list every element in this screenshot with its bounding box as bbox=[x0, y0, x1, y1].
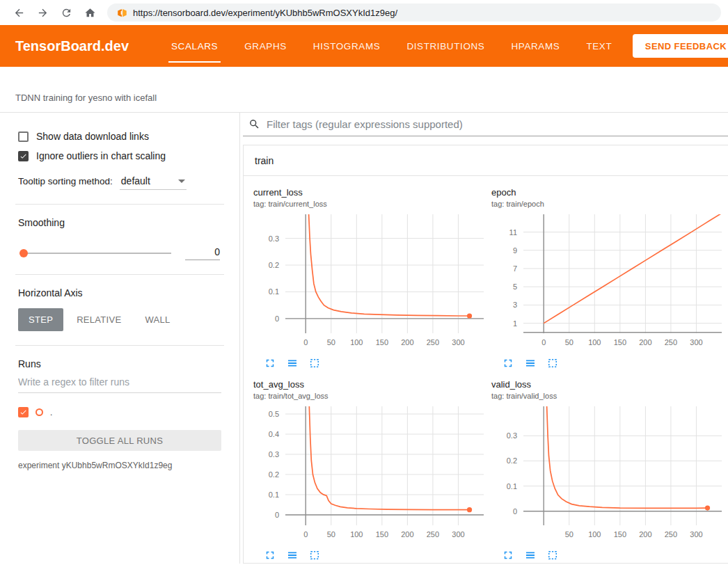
chevron-down-icon bbox=[178, 180, 185, 183]
chart-plot[interactable]: 05010015020025030000.10.20.30.40.5 bbox=[253, 403, 487, 542]
svg-text:50: 50 bbox=[327, 530, 335, 539]
show-download-links-checkbox[interactable] bbox=[18, 131, 29, 142]
forward-icon[interactable] bbox=[33, 3, 52, 22]
data-lines-icon[interactable] bbox=[286, 357, 299, 369]
svg-text:200: 200 bbox=[401, 530, 413, 539]
run-row[interactable]: . bbox=[18, 407, 221, 417]
browser-toolbar: https://tensorboard.dev/experiment/yKUbh… bbox=[0, 0, 728, 25]
expand-icon[interactable] bbox=[502, 549, 514, 561]
tab-histograms[interactable]: HISTOGRAMS bbox=[300, 25, 394, 67]
svg-text:200: 200 bbox=[639, 338, 651, 346]
tooltip-sorting-select[interactable]: default bbox=[120, 175, 187, 190]
tag-filter-row bbox=[243, 113, 728, 136]
home-icon[interactable] bbox=[80, 3, 100, 22]
svg-text:0.2: 0.2 bbox=[269, 470, 279, 479]
svg-text:0.2: 0.2 bbox=[507, 456, 517, 465]
chart-toolbar bbox=[253, 353, 491, 369]
svg-text:0: 0 bbox=[303, 338, 308, 346]
svg-text:100: 100 bbox=[588, 530, 601, 539]
chart-toolbar bbox=[491, 353, 728, 369]
content-area: Show data download links Ignore outliers… bbox=[0, 113, 728, 564]
tab-graphs[interactable]: GRAPHS bbox=[231, 25, 300, 67]
chart-toolbar bbox=[253, 545, 491, 561]
chart-title: tot_avg_loss bbox=[253, 379, 491, 390]
chart-card-current_loss: current_losstag: train/current_loss05010… bbox=[253, 187, 491, 369]
chart-grid: current_losstag: train/current_loss05010… bbox=[244, 176, 728, 561]
svg-text:50: 50 bbox=[327, 338, 335, 346]
tooltip-sorting-value: default bbox=[121, 175, 150, 186]
run-checkbox[interactable] bbox=[18, 407, 29, 417]
chart-card-tot_avg_loss: tot_avg_losstag: train/tot_avg_loss05010… bbox=[253, 379, 491, 561]
refresh-icon[interactable] bbox=[56, 3, 76, 22]
svg-text:0.1: 0.1 bbox=[507, 482, 517, 491]
runs-filter-input[interactable] bbox=[18, 369, 221, 393]
chart-tag: tag: train/valid_loss bbox=[491, 392, 728, 400]
experiment-subheader: TDNN training for yesno with icefall bbox=[0, 67, 728, 113]
chart-title: current_loss bbox=[253, 187, 491, 198]
data-lines-icon[interactable] bbox=[524, 549, 537, 561]
fit-domain-icon[interactable] bbox=[308, 357, 321, 369]
data-lines-icon[interactable] bbox=[524, 357, 537, 369]
svg-text:250: 250 bbox=[427, 338, 439, 346]
train-group-card: train current_losstag: train/current_los… bbox=[243, 145, 728, 564]
expand-icon[interactable] bbox=[264, 549, 276, 561]
svg-text:5: 5 bbox=[513, 282, 517, 291]
step-button[interactable]: STEP bbox=[18, 308, 63, 331]
smoothing-slider[interactable] bbox=[19, 253, 171, 254]
tab-distributions[interactable]: DISTRIBUTIONS bbox=[393, 25, 498, 67]
divider bbox=[15, 204, 224, 205]
chart-card-valid_loss: valid_losstag: train/valid_loss501001502… bbox=[491, 379, 728, 561]
svg-text:250: 250 bbox=[665, 530, 677, 539]
tag-filter-input[interactable] bbox=[267, 118, 728, 130]
back-icon[interactable] bbox=[9, 3, 29, 22]
tooltip-sorting-row: Tooltip sorting method: default bbox=[18, 175, 221, 190]
divider bbox=[15, 345, 224, 346]
slider-thumb[interactable] bbox=[19, 249, 28, 257]
svg-text:0.2: 0.2 bbox=[269, 261, 279, 269]
app-header: TensorBoard.dev SCALARS GRAPHS HISTOGRAM… bbox=[0, 25, 728, 67]
fit-domain-icon[interactable] bbox=[546, 549, 559, 561]
smoothing-value[interactable]: 0 bbox=[185, 246, 220, 260]
tab-scalars[interactable]: SCALARS bbox=[158, 25, 231, 67]
send-feedback-button[interactable]: SEND FEEDBACK bbox=[633, 34, 728, 58]
expand-icon[interactable] bbox=[502, 357, 514, 369]
train-group-header[interactable]: train bbox=[244, 145, 728, 176]
data-lines-icon[interactable] bbox=[286, 549, 299, 561]
show-download-links-row[interactable]: Show data download links bbox=[18, 131, 221, 142]
search-icon bbox=[248, 118, 260, 130]
chart-card-epoch: epochtag: train/epoch0501001502002503001… bbox=[491, 187, 728, 369]
tab-hparams[interactable]: HPARAMS bbox=[498, 25, 573, 67]
run-name: . bbox=[50, 408, 52, 417]
svg-text:0.3: 0.3 bbox=[507, 431, 517, 440]
svg-text:200: 200 bbox=[401, 338, 413, 346]
svg-text:50: 50 bbox=[565, 338, 573, 346]
chart-toolbar bbox=[491, 545, 728, 561]
svg-text:0: 0 bbox=[303, 530, 308, 539]
chart-plot[interactable]: 5010015020025030000.10.20.3 bbox=[491, 403, 725, 542]
svg-text:0: 0 bbox=[513, 507, 517, 516]
relative-button[interactable]: RELATIVE bbox=[66, 308, 132, 331]
ignore-outliers-row[interactable]: Ignore outliers in chart scaling bbox=[18, 150, 221, 161]
wall-button[interactable]: WALL bbox=[134, 308, 180, 331]
run-color-swatch bbox=[35, 408, 43, 416]
show-download-links-label: Show data download links bbox=[36, 131, 149, 142]
tab-text[interactable]: TEXT bbox=[573, 25, 625, 67]
chart-title: epoch bbox=[491, 187, 728, 198]
horizontal-axis-label: Horizontal Axis bbox=[18, 287, 221, 298]
expand-icon[interactable] bbox=[264, 357, 276, 369]
svg-text:9: 9 bbox=[513, 246, 517, 255]
fit-domain-icon[interactable] bbox=[546, 357, 559, 369]
fit-domain-icon[interactable] bbox=[308, 549, 321, 561]
chart-plot[interactable]: 05010015020025030000.10.20.3 bbox=[253, 211, 487, 350]
chart-tag: tag: train/epoch bbox=[491, 200, 728, 208]
svg-text:100: 100 bbox=[350, 338, 363, 346]
ignore-outliers-checkbox[interactable] bbox=[18, 151, 29, 161]
chart-plot[interactable]: 0501001502002503001357911 bbox=[491, 211, 725, 350]
toggle-all-runs-button[interactable]: TOGGLE ALL RUNS bbox=[18, 430, 221, 451]
tooltip-sorting-label: Tooltip sorting method: bbox=[18, 176, 113, 186]
smoothing-label: Smoothing bbox=[18, 217, 221, 228]
address-bar[interactable]: https://tensorboard.dev/experiment/yKUbh… bbox=[107, 3, 721, 22]
svg-text:0.3: 0.3 bbox=[269, 450, 279, 459]
svg-text:150: 150 bbox=[614, 338, 626, 346]
experiment-title: TDNN training for yesno with icefall bbox=[15, 93, 157, 103]
